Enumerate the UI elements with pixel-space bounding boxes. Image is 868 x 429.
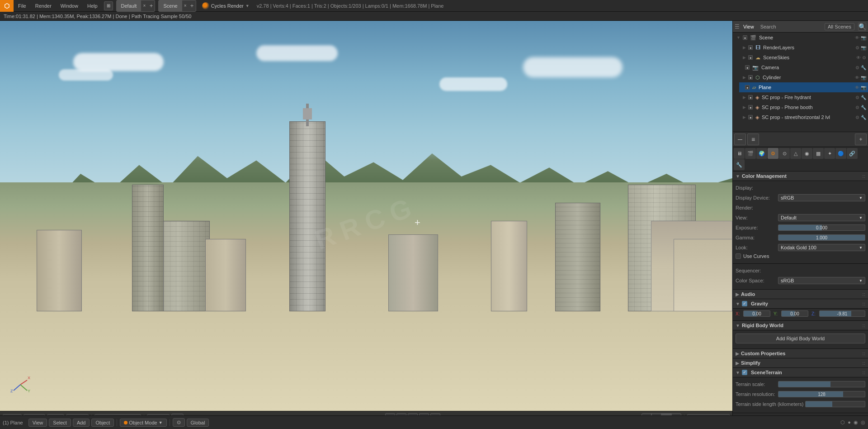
gravity-y-input[interactable]: 0.00 — [781, 310, 808, 317]
sp-settings-icon[interactable]: ⚙ — [855, 115, 859, 120]
pb-wrench-icon[interactable]: 🔧 — [861, 105, 866, 110]
physics-props-icon[interactable]: 🔵 — [835, 148, 846, 159]
bottom-view-btn[interactable]: View — [28, 419, 47, 427]
fh-wrench-icon[interactable]: 🔧 — [861, 95, 866, 100]
cam-settings1-icon[interactable]: ⚙ — [855, 65, 859, 70]
expand-btn[interactable]: ≡ — [747, 133, 759, 145]
outliner-item-renderlayers[interactable]: ▶ ● 🎞 RenderLayers ⚙ 📷 — [739, 43, 868, 52]
all-scenes-btn[interactable]: All Scenes — [825, 23, 854, 30]
bottom-select-btn[interactable]: Select — [49, 419, 71, 427]
plane-cam-icon[interactable]: 📷 — [861, 85, 866, 90]
menu-help[interactable]: Help — [83, 0, 102, 11]
cam-settings2-icon[interactable]: 🔧 — [861, 65, 866, 70]
look-dropdown[interactable]: Kodak Gold 100 ▼ — [778, 244, 865, 251]
visibility-icon-pb[interactable]: ● — [748, 105, 753, 110]
fh-settings-icon[interactable]: ⚙ — [855, 95, 859, 100]
particles-props-icon[interactable]: ✦ — [824, 148, 835, 159]
constraints-props-icon[interactable]: 🔗 — [847, 148, 858, 159]
cyl-cam-icon[interactable]: 📷 — [861, 75, 866, 80]
gravity-header[interactable]: ▼ ✓ Gravity :: — [733, 299, 868, 309]
bmi-icon-2[interactable]: ● — [848, 419, 851, 425]
simplify-header[interactable]: ▶ Simplify :: — [733, 358, 868, 368]
menu-render[interactable]: Render — [31, 0, 56, 11]
view-dropdown[interactable]: Default ▼ — [778, 214, 865, 221]
gravity-z-input[interactable]: -9.81 — [819, 310, 865, 317]
search-toggle-btn[interactable]: 🔍 — [858, 23, 866, 31]
bottom-mode-selector[interactable]: Object Mode ▼ — [120, 419, 166, 427]
rl-cam-icon[interactable]: 📷 — [861, 45, 866, 50]
outliner-item-streetprop[interactable]: ▶ ● ◈ SC prop - street/horizontal 2 lvl … — [739, 112, 868, 122]
viewport-3d[interactable]: + X Y Z RRCG View Select Add — [0, 21, 732, 424]
terrain-side-input[interactable] — [805, 401, 865, 407]
terrain-resolution-input[interactable]: 128 — [778, 391, 865, 397]
menu-window[interactable]: Window — [56, 0, 83, 11]
ss-settings-icon[interactable]: ⚙ — [862, 55, 866, 60]
rigid-body-world-header[interactable]: ▼ Rigid Body World :: — [733, 321, 868, 330]
color-management-header[interactable]: ▼ Color Management :: — [733, 172, 868, 181]
rl-settings-icon[interactable]: ⚙ — [855, 45, 859, 50]
render-props-icon[interactable]: 🖥 — [734, 148, 745, 159]
outliner-item-phonebooth[interactable]: ▶ ● ◈ SC prop - Phone booth ⚙ 🔧 — [739, 102, 868, 112]
scene-cam-icon[interactable]: 📷 — [861, 35, 866, 40]
render-engine-label[interactable]: Cycles Render — [211, 3, 244, 9]
world-props-icon[interactable]: 🌍 — [756, 148, 767, 159]
cyl-eye-icon[interactable]: 👁 — [855, 75, 859, 80]
scene-terrain-header[interactable]: ▼ ✓ SceneTerrain :: — [733, 368, 868, 377]
modifiers-props-icon[interactable]: 🔧 — [734, 159, 745, 170]
tab-scene-add[interactable]: + — [189, 2, 196, 9]
add-data-btn[interactable]: + — [855, 133, 867, 145]
minimize-btn[interactable]: ─ — [734, 133, 746, 145]
tab-add-btn[interactable]: + — [147, 2, 155, 9]
object-props-icon[interactable]: ⊙ — [779, 148, 790, 159]
tab-scene-close[interactable]: × — [182, 3, 189, 9]
bottom-global-btn[interactable]: Global — [187, 419, 209, 427]
audio-header[interactable]: ▶ Audio :: — [733, 290, 868, 299]
bottom-pivot-btn[interactable]: ⊙ — [173, 418, 185, 427]
visibility-icon-fh[interactable]: ● — [748, 95, 753, 100]
visibility-icon-sp[interactable]: ● — [748, 115, 753, 119]
colorspace-dropdown[interactable]: sRGB ▼ — [778, 277, 865, 284]
outliner-item-sceneskies[interactable]: ▶ ● ☁ SceneSkies 👁 ⚙ — [739, 52, 868, 62]
outliner-item-camera[interactable]: ● 📷 Camera ⚙ 🔧 — [739, 62, 868, 72]
bmi-icon-4[interactable]: ◎ — [861, 419, 865, 425]
tab-scene[interactable]: Scene — [159, 0, 182, 11]
outliner-item-cylinder[interactable]: ▶ ● ⬡ Cylinder 👁 📷 — [739, 72, 868, 82]
visibility-icon-cam[interactable]: ● — [745, 65, 750, 70]
scene-eye-icon[interactable]: 👁 — [855, 35, 859, 40]
scene-settings-icon[interactable]: ⚙ — [768, 148, 778, 159]
scene-outline[interactable]: ▼ ● 🎬 Scene 👁 📷 ▶ ● 🎞 RenderLayers ⚙ 📷 — [733, 33, 868, 132]
screen-layout-icon[interactable]: ⊞ — [104, 1, 113, 10]
ss-eye-icon[interactable]: 👁 — [856, 55, 861, 60]
bottom-object-btn[interactable]: Object — [91, 419, 114, 427]
outliner-view-tab[interactable]: View — [741, 24, 756, 30]
visibility-icon-ss[interactable]: ● — [748, 55, 753, 60]
exposure-slider[interactable]: 0.000 — [778, 224, 865, 231]
bmi-icon-3[interactable]: ◉ — [854, 419, 858, 425]
blender-logo[interactable]: ⬡ — [0, 0, 14, 12]
tab-default[interactable]: Default — [117, 0, 142, 11]
outliner-item-plane[interactable]: ● ▱ Plane 👁 📷 — [739, 82, 868, 92]
outliner-item-firehydrant[interactable]: ▶ ● ◈ SC prop - Fire hydrant ⚙ 🔧 — [739, 92, 868, 102]
mesh-props-icon[interactable]: △ — [790, 148, 801, 159]
bottom-add-btn[interactable]: Add — [73, 419, 90, 427]
pb-settings-icon[interactable]: ⚙ — [855, 105, 859, 110]
plane-eye-icon[interactable]: 👁 — [855, 85, 859, 90]
scene-props-icon[interactable]: 🎬 — [745, 148, 756, 159]
texture-props-icon[interactable]: ▦ — [813, 148, 824, 159]
visibility-icon-cyl[interactable]: ● — [748, 75, 753, 80]
outliner-item-scene[interactable]: ▼ ● 🎬 Scene 👁 📷 — [733, 33, 868, 43]
gravity-x-input[interactable]: 0.00 — [743, 310, 770, 317]
terrain-scale-input[interactable] — [778, 381, 865, 387]
bmi-icon-1[interactable]: ⬡ — [840, 419, 845, 425]
visibility-icon-scene[interactable]: ● — [743, 35, 747, 40]
outliner-search-tab[interactable]: Search — [759, 24, 778, 30]
tab-default-close[interactable]: × — [141, 3, 147, 9]
add-rigid-body-world-btn[interactable]: Add Rigid Body World — [736, 334, 865, 343]
scene-terrain-checkbox[interactable]: ✓ — [742, 370, 747, 375]
display-device-dropdown[interactable]: sRGB ▼ — [778, 194, 865, 201]
sp-wrench-icon[interactable]: 🔧 — [861, 115, 866, 120]
custom-props-header[interactable]: ▶ Custom Properties :: — [733, 349, 868, 358]
menu-file[interactable]: File — [14, 0, 31, 11]
use-curves-checkbox[interactable] — [736, 253, 741, 259]
visibility-icon-rl[interactable]: ● — [748, 45, 753, 50]
